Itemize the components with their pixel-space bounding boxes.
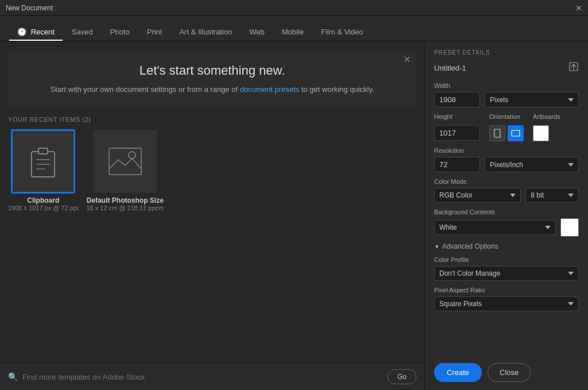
preset-name: Untitled-1 bbox=[434, 64, 466, 72]
resolution-row: Pixels/Inch Pixels/Centimeter bbox=[434, 157, 579, 172]
bottom-buttons: Create Close bbox=[434, 354, 579, 382]
search-icon: 🔍 bbox=[8, 372, 18, 381]
tab-film[interactable]: Film & Video bbox=[313, 23, 371, 41]
orientation-label: Orientation bbox=[489, 113, 524, 120]
pixel-ratio-label: Pixel Aspect Ratio bbox=[434, 287, 579, 294]
nav-tabs: 🕐 Recent Saved Photo Print Art & Illustr… bbox=[0, 16, 588, 41]
height-group: Height bbox=[434, 113, 480, 141]
svg-point-6 bbox=[129, 152, 136, 159]
main-area: ✕ Let's start something new. Start with … bbox=[0, 41, 588, 390]
svg-rect-1 bbox=[38, 148, 48, 154]
color-profile-select[interactable]: Don't Color Manage sRGB IEC61966-2.1 bbox=[434, 266, 579, 281]
clipboard-thumbnail bbox=[11, 130, 75, 193]
advanced-label: Advanced Options bbox=[442, 242, 498, 250]
hero-body-end: to get working quickly. bbox=[301, 85, 374, 94]
hero-body: Start with your own document settings or… bbox=[20, 84, 405, 95]
color-mode-row: RGB Color CMYK Color Grayscale 8 bit 16 … bbox=[434, 188, 579, 203]
left-panel: ✕ Let's start something new. Start with … bbox=[0, 41, 424, 390]
orientation-group: Orientation bbox=[489, 113, 524, 141]
width-input[interactable] bbox=[434, 92, 480, 107]
hero-close-button[interactable]: ✕ bbox=[403, 54, 411, 65]
titlebar: New Document ✕ bbox=[0, 0, 588, 16]
height-orient-row: Height Orientation Artboards bbox=[434, 113, 579, 141]
recent-item-default[interactable]: Default Photoshop Size 16 x 12 cm @ 118.… bbox=[86, 130, 164, 211]
orientation-buttons bbox=[489, 125, 524, 141]
tab-mobile[interactable]: Mobile bbox=[274, 23, 312, 41]
items-grid: Clipboard 1908 x 1017 px @ 72 ppi Defaul… bbox=[8, 130, 416, 211]
tab-web-label: Web bbox=[249, 28, 265, 36]
resolution-input[interactable] bbox=[434, 157, 480, 172]
tab-film-label: Film & Video bbox=[321, 28, 363, 36]
default-sublabel: 16 x 12 cm @ 118.11 ppcm bbox=[86, 204, 164, 211]
color-mode-select[interactable]: RGB Color CMYK Color Grayscale bbox=[434, 188, 521, 203]
bit-depth-select[interactable]: 8 bit 16 bit 32 bit bbox=[525, 188, 579, 203]
tab-art[interactable]: Art & Illustration bbox=[171, 23, 240, 41]
chevron-down-icon: ▼ bbox=[434, 244, 440, 250]
color-profile-label: Color Profile bbox=[434, 256, 579, 263]
hero-heading: Let's start something new. bbox=[20, 63, 405, 78]
search-bar: 🔍 Go bbox=[0, 363, 424, 390]
search-input[interactable] bbox=[22, 373, 383, 381]
save-preset-button[interactable] bbox=[568, 61, 579, 74]
width-row: Pixels Inches Centimeters bbox=[434, 92, 579, 107]
tab-print-label: Print bbox=[147, 28, 163, 36]
bg-color-swatch[interactable] bbox=[560, 218, 579, 237]
width-unit-select[interactable]: Pixels Inches Centimeters bbox=[485, 92, 579, 107]
right-panel: PRESET DETAILS Untitled-1 Width Pixels I… bbox=[424, 41, 588, 390]
svg-rect-10 bbox=[512, 130, 520, 136]
hero-section: ✕ Let's start something new. Start with … bbox=[8, 49, 416, 107]
tab-photo-label: Photo bbox=[110, 28, 130, 36]
clock-icon: 🕐 bbox=[17, 28, 26, 36]
search-go-button[interactable]: Go bbox=[388, 369, 416, 384]
color-profile-row: Don't Color Manage sRGB IEC61966-2.1 bbox=[434, 266, 579, 281]
bg-contents-row: White Black Transparent Background Color… bbox=[434, 218, 579, 237]
svg-rect-5 bbox=[109, 148, 141, 175]
preset-section-title: PRESET DETAILS bbox=[434, 49, 579, 56]
height-input[interactable] bbox=[434, 125, 480, 141]
svg-rect-9 bbox=[494, 129, 500, 137]
recent-item-clipboard[interactable]: Clipboard 1908 x 1017 px @ 72 ppi bbox=[8, 130, 78, 211]
create-button[interactable]: Create bbox=[434, 363, 482, 382]
color-mode-label: Color Mode bbox=[434, 178, 579, 185]
tab-recent[interactable]: 🕐 Recent bbox=[9, 23, 63, 41]
bg-contents-select[interactable]: White Black Transparent Background Color… bbox=[434, 220, 556, 235]
artboards-group: Artboards bbox=[533, 113, 560, 141]
resolution-unit-select[interactable]: Pixels/Inch Pixels/Centimeter bbox=[485, 157, 579, 172]
clipboard-sublabel: 1908 x 1017 px @ 72 ppi bbox=[8, 204, 78, 211]
tab-web[interactable]: Web bbox=[241, 23, 273, 41]
recent-section: YOUR RECENT ITEMS (2) Clipboard bbox=[0, 107, 424, 221]
advanced-options-toggle[interactable]: ▼ Advanced Options bbox=[434, 242, 579, 250]
recent-section-title: YOUR RECENT ITEMS (2) bbox=[8, 116, 416, 123]
tab-mobile-label: Mobile bbox=[282, 28, 304, 36]
portrait-button[interactable] bbox=[489, 125, 505, 141]
preset-name-row: Untitled-1 bbox=[434, 61, 579, 74]
tab-recent-label: Recent bbox=[31, 28, 55, 36]
height-label: Height bbox=[434, 113, 480, 120]
close-button[interactable]: Close bbox=[488, 363, 531, 382]
width-label: Width bbox=[434, 82, 579, 89]
hero-presets-link[interactable]: document presets bbox=[240, 85, 299, 94]
tab-print[interactable]: Print bbox=[139, 23, 171, 41]
tab-photo[interactable]: Photo bbox=[102, 23, 138, 41]
pixel-ratio-select[interactable]: Square Pixels D1/DV NTSC (0.91) D1/DV PA… bbox=[434, 296, 579, 311]
window-title: New Document bbox=[6, 4, 53, 12]
window-close-button[interactable]: ✕ bbox=[575, 3, 582, 13]
resolution-label: Resolution bbox=[434, 147, 579, 154]
hero-body-text: Start with your own document settings or… bbox=[50, 85, 238, 94]
tab-art-label: Art & Illustration bbox=[179, 28, 232, 36]
bg-contents-label: Background Contents bbox=[434, 208, 579, 215]
artboards-label: Artboards bbox=[533, 113, 560, 120]
default-label: Default Photoshop Size bbox=[87, 196, 164, 204]
pixel-ratio-row: Square Pixels D1/DV NTSC (0.91) D1/DV PA… bbox=[434, 296, 579, 311]
tab-saved-label: Saved bbox=[72, 28, 93, 36]
landscape-button[interactable] bbox=[508, 125, 524, 141]
clipboard-label: Clipboard bbox=[27, 196, 59, 204]
tab-saved[interactable]: Saved bbox=[64, 23, 101, 41]
default-thumbnail bbox=[94, 130, 157, 193]
artboards-checkbox[interactable] bbox=[533, 125, 549, 141]
